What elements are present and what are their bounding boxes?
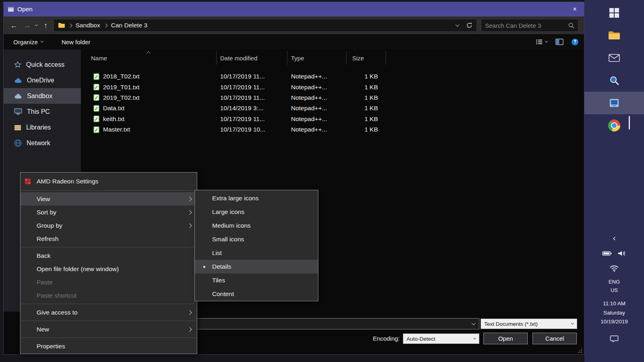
menu-item-back[interactable]: Back <box>21 249 197 262</box>
filename-input[interactable] <box>181 321 472 327</box>
taskbar-start-button[interactable] <box>584 2 644 24</box>
view-option-list[interactable]: List <box>195 246 318 260</box>
view-option-medium-icons[interactable]: Medium icons <box>195 219 318 232</box>
encoding-combobox[interactable]: Auto-Detect <box>403 333 479 344</box>
taskbar-search-button[interactable] <box>584 69 644 92</box>
pc-icon <box>14 108 22 115</box>
forward-button[interactable]: → <box>23 22 31 29</box>
view-option-details[interactable]: Details <box>195 260 318 274</box>
help-button[interactable]: ? <box>572 39 578 45</box>
wifi-icon[interactable] <box>584 265 644 274</box>
file-row-keith-txt[interactable]: keith.txt10/17/2019 11...Notepad++...1 K… <box>81 114 584 124</box>
menu-item-open-file-folder-new-window[interactable]: Open file folder (new window) <box>21 262 197 276</box>
language-label: ENG <box>584 278 644 286</box>
view-option-content[interactable]: Content <box>195 287 318 301</box>
breadcrumb-item-sandbox[interactable]: Sandbox <box>76 22 100 29</box>
menu-item-refresh[interactable]: Refresh <box>21 232 197 245</box>
file-type: Notepad++... <box>287 126 347 133</box>
chevron-down-icon <box>41 40 43 43</box>
taskbar: ‹ ENG US 11:10 AM Saturday 10/19/2019 <box>584 0 644 362</box>
menu-item-give-access-to[interactable]: Give access to <box>21 306 197 319</box>
taskbar-mail-button[interactable] <box>584 47 644 69</box>
recent-locations-chevron-icon[interactable] <box>35 23 38 26</box>
up-button[interactable]: ↑ <box>44 22 48 29</box>
file-row-2018-t02-txt[interactable]: 2018_T02.txt10/17/2019 11...Notepad++...… <box>81 71 584 82</box>
preview-pane-icon[interactable] <box>555 39 564 45</box>
filename-combobox[interactable] <box>177 318 479 329</box>
taskbar-active-app-button[interactable] <box>584 92 644 114</box>
menu-item-new[interactable]: New <box>21 323 197 336</box>
cancel-button[interactable]: Cancel <box>533 333 577 344</box>
file-date-modified: 10/14/2019 3:... <box>217 105 287 112</box>
menu-item-label: Give access to <box>37 309 78 316</box>
column-header-name[interactable]: Name <box>81 51 217 65</box>
titlebar[interactable]: Open × <box>4 2 584 16</box>
sidebar-item-label: OneDrive <box>27 77 54 84</box>
menu-item-label: Paste <box>37 279 53 286</box>
battery-icon[interactable] <box>602 251 612 256</box>
search-box[interactable] <box>481 19 578 32</box>
menu-item-sort-by[interactable]: Sort by <box>21 206 197 219</box>
change-view-button[interactable] <box>536 39 547 45</box>
sidebar-item-onedrive[interactable]: OneDrive <box>4 72 81 88</box>
resize-grip-icon[interactable] <box>577 348 582 353</box>
back-button[interactable]: ← <box>10 22 18 29</box>
view-option-extra-large-icons[interactable]: Extra large icons <box>195 191 318 205</box>
address-dropdown-icon[interactable] <box>456 23 460 27</box>
organize-button[interactable]: Organize <box>13 39 43 45</box>
file-row-2019-t01-txt[interactable]: 2019_T01.txt10/17/2019 11...Notepad++...… <box>81 82 584 92</box>
sidebar-item-sandbox[interactable]: Sandbox <box>4 88 81 104</box>
sidebar-item-network[interactable]: Network <box>4 135 81 151</box>
menu-item-amd-radeon-settings[interactable]: AMD Radeon Settings <box>21 174 197 189</box>
column-header-size[interactable]: Size <box>347 51 386 65</box>
blue-app-icon <box>609 98 619 108</box>
sidebar-item-libraries[interactable]: Libraries <box>4 119 81 135</box>
show-hidden-icons-chevron[interactable]: ‹ <box>584 233 644 243</box>
file-row-2019-t02-txt[interactable]: 2019_T02.txt10/17/2019 11...Notepad++...… <box>81 93 584 103</box>
chrome-icon <box>608 119 620 132</box>
column-header-date-modified[interactable]: Date modified <box>217 51 287 65</box>
menu-item-properties[interactable]: Properties <box>21 339 197 353</box>
cloud-gray-icon <box>14 93 22 99</box>
action-center-icon[interactable] <box>584 335 644 344</box>
close-icon: × <box>573 6 576 13</box>
menu-item-view[interactable]: View <box>21 192 197 206</box>
file-row-data-txt[interactable]: Data.txt10/14/2019 3:...Notepad++...1 KB <box>81 103 584 113</box>
taskbar-clock[interactable]: 11:10 AM Saturday 10/19/2019 <box>584 299 644 327</box>
menu-separator <box>21 190 196 191</box>
taskbar-file-explorer-button[interactable] <box>584 24 644 47</box>
file-row-master-txt[interactable]: Master.txt10/17/2019 10...Notepad++...1 … <box>81 124 584 135</box>
search-input[interactable] <box>485 22 568 29</box>
taskbar-chrome-button[interactable] <box>584 114 644 137</box>
menu-separator <box>21 304 196 304</box>
open-button[interactable]: Open <box>483 333 528 344</box>
file-type: Notepad++... <box>287 115 347 123</box>
close-button[interactable]: × <box>566 2 584 16</box>
filetype-combobox[interactable]: Text Documents (*.txt) <box>481 319 577 329</box>
refresh-icon[interactable] <box>466 22 473 29</box>
view-option-large-icons[interactable]: Large icons <box>195 205 318 219</box>
region-label: US <box>584 286 644 294</box>
sidebar-item-this-pc[interactable]: This PC <box>4 104 81 119</box>
star-icon <box>14 61 21 68</box>
menu-item-group-by[interactable]: Group by <box>21 219 197 232</box>
encoding-value: Auto-Detect <box>407 336 474 342</box>
npp-file-icon <box>93 84 99 90</box>
taskbar-scrollbar[interactable] <box>629 116 630 130</box>
view-option-tiles[interactable]: Tiles <box>195 274 318 287</box>
address-bar[interactable]: Sandbox Can Delete 3 <box>54 19 477 32</box>
view-option-small-icons[interactable]: Small icons <box>195 232 318 246</box>
menu-item-label: Paste shortcut <box>37 292 76 299</box>
language-indicator[interactable]: ENG US <box>584 278 644 294</box>
speaker-icon[interactable] <box>617 250 626 257</box>
menu-item-paste: Paste <box>21 276 197 289</box>
view-option-label: Large icons <box>212 208 244 216</box>
file-name: 2018_T02.txt <box>103 73 139 80</box>
breadcrumb-item-can-delete-3[interactable]: Can Delete 3 <box>111 22 147 29</box>
new-folder-button[interactable]: New folder <box>62 39 91 45</box>
sidebar-item-quick-access[interactable]: Quick access <box>4 57 81 72</box>
file-list: 2018_T02.txt10/17/2019 11...Notepad++...… <box>81 71 584 135</box>
file-name: Data.txt <box>103 105 124 112</box>
column-header-type[interactable]: Type <box>287 51 347 65</box>
navigation-bar: ← → ↑ Sandbox Can Delete 3 <box>4 16 584 34</box>
